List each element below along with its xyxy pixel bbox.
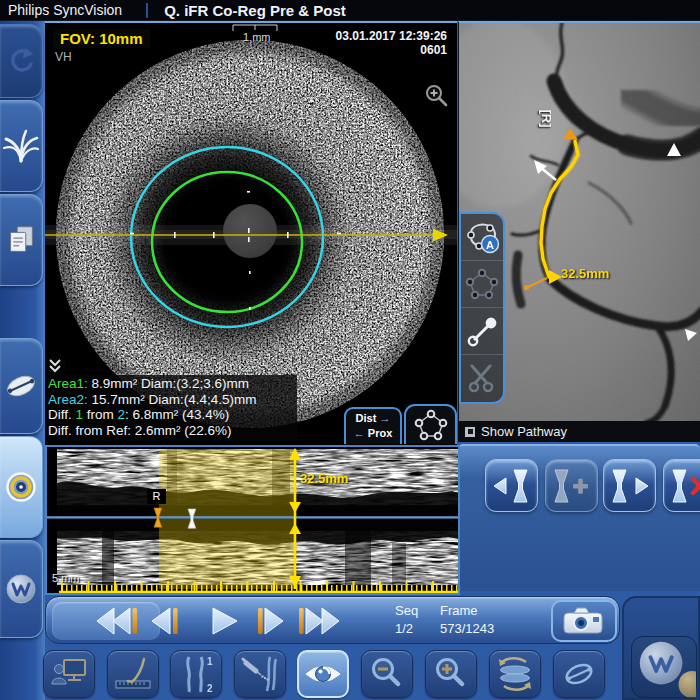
history-icon	[3, 43, 39, 79]
magnifier-plus-icon[interactable]	[423, 83, 451, 111]
pullback-measure-button[interactable]	[107, 650, 159, 698]
scissors-icon	[465, 362, 499, 396]
disc-measure-button[interactable]	[553, 650, 605, 698]
sidebar-item-waveform[interactable]	[0, 540, 43, 638]
play-icon	[199, 606, 247, 636]
contour-points-icon	[413, 409, 449, 441]
prox-arrow-icon: ←	[354, 427, 365, 439]
distance-line-icon	[464, 313, 500, 349]
sidebar-item-disc-measure[interactable]	[0, 338, 43, 434]
zoom-out-button[interactable]	[361, 650, 413, 698]
flip-views-button[interactable]	[489, 650, 541, 698]
measurement-diff-ref: Diff. from Ref: 2.6mm² (22.6%)	[48, 423, 294, 439]
frame-value: 573/1243	[440, 620, 494, 638]
datetime-text: 03.01.2017 12:39:26	[336, 29, 447, 43]
dist-arrow-icon: →	[379, 412, 390, 424]
snapshot-button[interactable]	[551, 600, 617, 642]
prev-bookmark-button[interactable]	[485, 459, 538, 512]
step-back-button[interactable]	[144, 606, 192, 636]
waveform-sphere-icon	[632, 637, 696, 697]
injection-icon	[240, 654, 280, 694]
skip-to-start-button[interactable]	[94, 606, 142, 636]
eye-icon	[303, 654, 343, 694]
sidebar-item-history[interactable]	[0, 24, 43, 98]
ivus-target-icon	[2, 468, 40, 506]
auto-badge: A	[486, 239, 494, 251]
zoom-in-button[interactable]	[425, 650, 477, 698]
sequence-counter: Seq 1/2	[395, 602, 418, 638]
longitudinal-ref-marker-label: R	[147, 489, 166, 504]
add-bookmark-icon	[551, 467, 593, 505]
add-bookmark-button[interactable]	[545, 459, 598, 512]
playback-bar: Seq 1/2 Frame 573/1243	[45, 596, 620, 644]
show-pathway-checkbox[interactable]	[465, 427, 475, 437]
pullback-ruler-icon	[113, 654, 153, 694]
injection-button[interactable]	[234, 650, 286, 698]
show-pathway-label[interactable]: Show Pathway	[481, 424, 567, 439]
seq-label: Seq	[395, 602, 418, 620]
vessel-tree-icon	[1, 127, 41, 165]
show-pathway-row: Show Pathway	[458, 421, 700, 442]
step-back-icon	[144, 606, 192, 636]
skip-end-icon	[294, 606, 342, 636]
delete-bookmark-icon	[669, 467, 700, 505]
prev-bookmark-icon	[491, 467, 533, 505]
collapse-chevron-icon	[45, 357, 65, 375]
compare-n1: 1	[207, 656, 213, 667]
next-bookmark-icon	[609, 467, 651, 505]
frame-counter: Frame 573/1243	[440, 602, 494, 638]
camera-icon	[562, 606, 606, 636]
sidebar-item-ivus-view[interactable]	[0, 436, 43, 538]
step-forward-button[interactable]	[244, 606, 292, 636]
play-button[interactable]	[199, 606, 247, 636]
coregistered-segment-highlight	[159, 449, 295, 589]
pressure-ball-icon	[679, 671, 696, 697]
compare-n2: 2	[207, 683, 213, 694]
flip-views-icon	[495, 654, 535, 694]
zoom-out-icon	[367, 654, 407, 694]
angio-distance-label: 32.5mm	[561, 266, 609, 281]
reviewer-button[interactable]	[43, 650, 95, 698]
auto-contour-icon: A	[463, 218, 501, 256]
longitudinal-image[interactable]	[47, 447, 458, 593]
study-title: Q. iFR Co-Reg Pre & Post	[164, 2, 346, 19]
longitudinal-view: R 32.5mm 5 mm	[45, 445, 460, 595]
acquisition-datetime: 03.01.2017 12:39:26 0601	[336, 29, 447, 57]
measurement-area2: Area2: 15.7mm² Diam:(4.4;4.5)mm	[48, 392, 294, 408]
disc-measure-icon	[2, 367, 40, 405]
frame-label: Frame	[440, 602, 494, 620]
longitudinal-scale-label: 5 mm	[52, 572, 80, 584]
report-pages-icon	[3, 223, 39, 257]
delete-bookmark-button[interactable]	[663, 459, 700, 512]
bookmark-panel	[458, 444, 700, 591]
view-eye-button[interactable]	[297, 650, 349, 698]
seq-value: 1/2	[395, 620, 418, 638]
series-number: 0601	[336, 43, 447, 57]
next-bookmark-button[interactable]	[603, 459, 656, 512]
sidebar-item-reports[interactable]	[0, 194, 43, 286]
vh-label: VH	[55, 50, 72, 64]
fov-label: FOV: 10mm	[53, 29, 150, 48]
contour-points-button[interactable]	[404, 404, 457, 444]
compare-vessels-button[interactable]: 1 2	[170, 650, 222, 698]
skip-to-end-button[interactable]	[294, 606, 342, 636]
app-title: Philips SyncVision	[8, 2, 122, 18]
sidebar-item-vessel-tree[interactable]	[0, 100, 43, 192]
manual-contour-tool[interactable]	[461, 261, 503, 308]
waveform-button[interactable]	[631, 636, 697, 698]
auto-contour-tool[interactable]: A	[461, 214, 503, 261]
titlebar: Philips SyncVision Q. iFR Co-Reg Pre & P…	[0, 0, 700, 21]
longitudinal-distance-label: 32.5mm	[300, 471, 348, 486]
compare-vessels-icon: 1 2	[176, 654, 216, 694]
philips-syncvision-screen: Philips SyncVision Q. iFR Co-Reg Pre & P…	[0, 0, 700, 700]
distance-measure-tool[interactable]	[461, 308, 503, 355]
angio-tool-palette: A	[459, 212, 505, 404]
dist-prox-toggle-button[interactable]: Dist → ← Prox	[344, 407, 402, 444]
cut-tool[interactable]	[461, 355, 503, 402]
skip-start-icon	[94, 606, 142, 636]
prox-row: ← Prox	[346, 426, 400, 441]
angio-ref-marker-label: [R]	[539, 109, 554, 127]
measurement-area1: Area1: 8.9mm² Diam:(3.2;3.6)mm	[48, 376, 294, 392]
collapse-measurements-button[interactable]	[45, 357, 65, 375]
contour-points-icon	[464, 267, 500, 301]
